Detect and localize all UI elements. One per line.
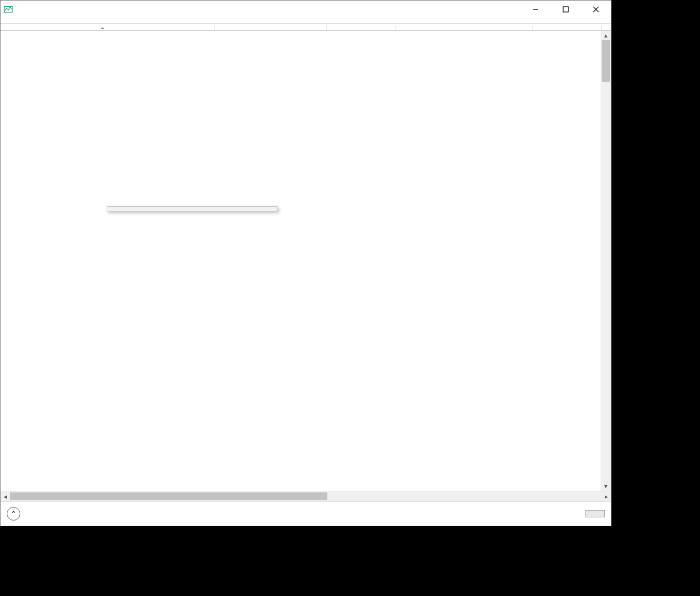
fewer-details-toggle[interactable]: ⌃	[7, 507, 20, 521]
scroll-right-arrow-icon[interactable]: ▸	[602, 491, 611, 501]
restart-button[interactable]	[585, 510, 605, 517]
footer-bar: ⌃	[1, 501, 611, 526]
column-header-memory[interactable]	[396, 25, 464, 30]
column-headers: ⌃	[1, 24, 611, 31]
task-manager-icon	[4, 5, 13, 14]
menu-options[interactable]	[14, 19, 16, 21]
chevron-up-icon: ⌃	[10, 510, 17, 518]
context-menu	[107, 206, 277, 211]
column-header-disk[interactable]	[464, 25, 533, 30]
scroll-up-arrow-icon[interactable]: ▴	[601, 31, 611, 40]
close-button[interactable]	[581, 1, 611, 18]
scroll-left-arrow-icon[interactable]: ◂	[1, 491, 10, 501]
menu-bar	[1, 18, 611, 23]
process-list: ▴ ▾	[1, 31, 611, 491]
task-manager-window: ⌃	[0, 0, 612, 526]
network-total-value	[533, 25, 596, 27]
column-header-cpu[interactable]	[327, 25, 396, 30]
background-processes-header	[1, 31, 611, 43]
scroll-down-arrow-icon[interactable]: ▾	[601, 481, 611, 491]
menu-view[interactable]	[23, 19, 26, 21]
menu-file[interactable]	[5, 19, 7, 21]
vertical-scroll-thumb[interactable]	[602, 40, 610, 82]
horizontal-scrollbar[interactable]: ◂ ▸	[1, 491, 611, 501]
title-bar[interactable]	[1, 1, 611, 18]
column-header-name[interactable]: ⌃	[1, 24, 215, 30]
disk-total-value	[464, 25, 527, 27]
cpu-total-value	[327, 25, 390, 27]
memory-total-value	[396, 25, 459, 27]
vertical-scrollbar[interactable]: ▴ ▾	[601, 31, 611, 491]
svg-rect-2	[563, 7, 568, 12]
minimize-button[interactable]	[520, 1, 551, 18]
horizontal-scroll-thumb[interactable]	[10, 492, 327, 500]
maximize-button[interactable]	[551, 1, 581, 18]
column-header-network[interactable]	[533, 25, 602, 30]
column-header-status[interactable]	[215, 24, 327, 30]
